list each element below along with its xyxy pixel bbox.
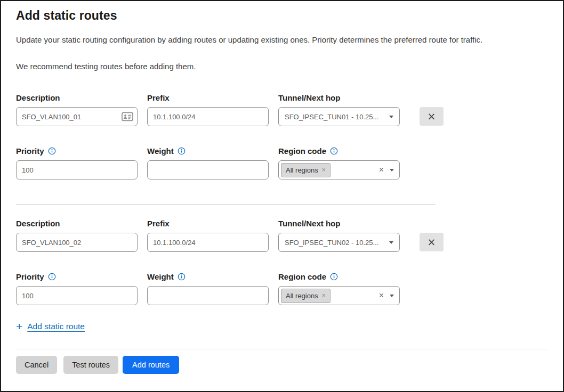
- remove-route-button[interactable]: ×: [420, 107, 444, 126]
- priority-label: Priority: [16, 272, 44, 281]
- priority-input[interactable]: [16, 160, 138, 179]
- info-icon[interactable]: [330, 273, 338, 281]
- page-title: Add static routes: [16, 9, 548, 23]
- remove-tag-icon[interactable]: ×: [322, 292, 326, 299]
- prefix-field-group: Prefix: [147, 218, 269, 252]
- tunnel-label: Tunnel/Next hop: [278, 93, 340, 102]
- info-icon[interactable]: [330, 147, 338, 155]
- region-code-field-group: Region code All regions × ×: [278, 271, 400, 305]
- weight-input[interactable]: [147, 286, 269, 305]
- footer-button-bar: Cancel Test routes Add routes: [16, 356, 548, 374]
- prefix-label: Prefix: [147, 219, 170, 228]
- tunnel-select[interactable]: SFO_IPSEC_TUN01 - 10.25...: [278, 107, 400, 126]
- region-tag-chip: All regions ×: [281, 289, 331, 303]
- add-routes-button[interactable]: Add routes: [123, 356, 179, 374]
- route-block-2: Description Prefix Tunnel/Next hop SFO_I…: [16, 218, 548, 305]
- weight-label: Weight: [147, 146, 174, 156]
- clear-selection-icon[interactable]: ×: [379, 291, 385, 300]
- tunnel-selected-value: SFO_IPSEC_TUN02 - 10.25...: [285, 239, 385, 247]
- priority-input[interactable]: [16, 286, 138, 305]
- prefix-field-group: Prefix: [147, 92, 269, 126]
- remove-tag-icon[interactable]: ×: [322, 167, 326, 173]
- add-static-route-link-label[interactable]: Add static route: [27, 322, 85, 331]
- region-code-multiselect[interactable]: All regions × ×: [278, 286, 400, 305]
- region-tag-label: All regions: [286, 166, 318, 174]
- description-input[interactable]: [16, 233, 138, 252]
- chevron-down-icon: [389, 116, 393, 118]
- add-static-routes-dialog: Add static routes Update your static rou…: [0, 0, 564, 392]
- tunnel-label: Tunnel/Next hop: [278, 219, 340, 228]
- clear-selection-icon[interactable]: ×: [379, 166, 385, 174]
- info-icon[interactable]: [48, 273, 56, 281]
- description-field-group: Description: [16, 92, 138, 126]
- region-code-field-group: Region code All regions × ×: [278, 145, 400, 179]
- weight-label: Weight: [147, 272, 174, 281]
- weight-field-group: Weight: [147, 145, 269, 179]
- info-icon[interactable]: [48, 147, 56, 155]
- footer-divider: [16, 349, 548, 349]
- tunnel-selected-value: SFO_IPSEC_TUN01 - 10.25...: [285, 113, 385, 121]
- remove-route-button[interactable]: ×: [420, 233, 444, 251]
- description-input[interactable]: [16, 107, 138, 126]
- route-block-1: Description: [16, 92, 548, 179]
- plus-icon: +: [16, 321, 22, 332]
- page-recommendation: We recommend testing routes before addin…: [16, 61, 548, 72]
- weight-field-group: Weight: [147, 271, 269, 305]
- add-static-route-link[interactable]: + Add static route: [16, 321, 85, 332]
- test-routes-button[interactable]: Test routes: [63, 356, 118, 374]
- prefix-input[interactable]: [147, 107, 269, 126]
- info-icon[interactable]: [178, 147, 186, 155]
- contact-card-icon[interactable]: [122, 112, 133, 121]
- description-label: Description: [16, 219, 60, 228]
- prefix-input[interactable]: [147, 233, 269, 252]
- tunnel-select[interactable]: SFO_IPSEC_TUN02 - 10.25...: [278, 233, 400, 252]
- priority-label: Priority: [16, 146, 44, 156]
- weight-input[interactable]: [147, 160, 269, 179]
- tunnel-field-group: Tunnel/Next hop SFO_IPSEC_TUN02 - 10.25.…: [278, 218, 400, 252]
- region-code-label: Region code: [278, 146, 326, 156]
- chevron-down-icon: [389, 241, 393, 244]
- prefix-label: Prefix: [147, 93, 170, 102]
- region-code-multiselect[interactable]: All regions × ×: [278, 160, 400, 179]
- priority-field-group: Priority: [16, 145, 138, 179]
- route-divider: [16, 204, 436, 205]
- chevron-down-icon: [390, 169, 394, 172]
- priority-field-group: Priority: [16, 271, 138, 305]
- info-icon[interactable]: [178, 273, 186, 281]
- region-tag-chip: All regions ×: [281, 163, 331, 177]
- region-code-label: Region code: [278, 272, 326, 281]
- chevron-down-icon: [390, 295, 394, 297]
- page-description: Update your static routing configuration…: [16, 35, 548, 45]
- region-tag-label: All regions: [286, 292, 318, 300]
- description-label: Description: [16, 93, 60, 102]
- description-field-group: Description: [16, 218, 138, 252]
- cancel-button[interactable]: Cancel: [16, 356, 57, 374]
- tunnel-field-group: Tunnel/Next hop SFO_IPSEC_TUN01 - 10.25.…: [278, 92, 400, 126]
